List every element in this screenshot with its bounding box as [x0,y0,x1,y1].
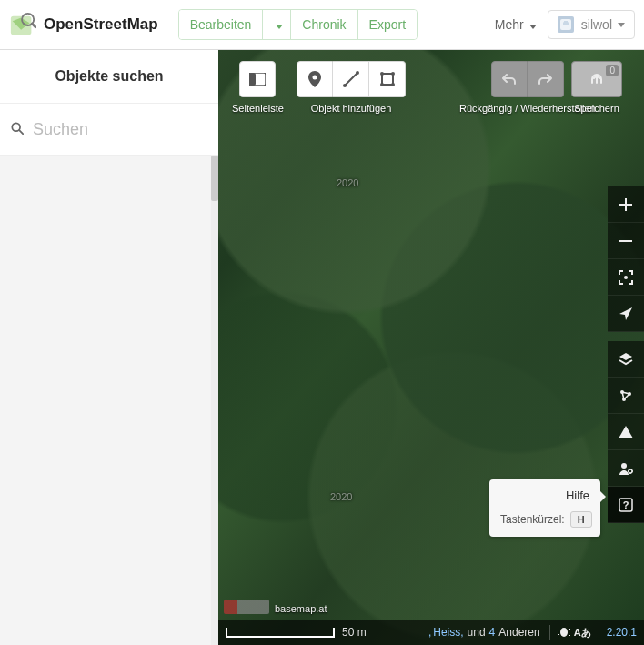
layers-button[interactable] [608,341,644,378]
add-point-button[interactable] [297,61,333,97]
header: OpenStreetMap Bearbeiten Chronik Export … [0,0,644,50]
scale-label: 50 m [342,626,367,639]
svg-point-14 [380,83,384,86]
contrib-others: Anderen [498,626,539,639]
svg-text:?: ? [623,499,629,510]
svg-line-30 [558,634,559,636]
bug-icon[interactable] [558,625,570,640]
svg-point-19 [624,276,628,279]
svg-rect-6 [249,73,256,86]
more-label: Mehr [495,17,524,32]
map-data-button[interactable] [608,378,644,414]
feature-list [0,156,218,645]
svg-point-23 [621,463,627,469]
toolbar-sidebar-group: Seitenleiste [232,61,284,114]
toolbar-add-label: Objekt hinzufügen [311,103,392,114]
add-area-button[interactable] [369,61,406,97]
svg-line-4 [19,130,23,134]
zoom-out-button[interactable] [608,223,644,259]
user-name: silwol [581,17,612,32]
svg-point-15 [391,83,395,86]
more-menu[interactable]: Mehr [495,17,537,32]
toggle-sidebar-button[interactable] [239,61,276,97]
toolbar-save-label: Speichern [574,103,619,114]
svg-point-10 [356,71,359,75]
svg-point-13 [391,72,395,76]
scrollbar[interactable] [211,156,218,645]
search-input[interactable] [33,120,207,139]
add-line-button[interactable] [333,61,369,97]
toolbar-sidebar-label: Seitenleiste [232,103,284,114]
svg-point-9 [343,84,347,87]
map-controls: ? [608,186,644,523]
translate-icon[interactable]: Aあ [574,626,591,640]
svg-line-31 [569,634,570,636]
geolocate-button[interactable] [608,296,644,332]
scale-indicator: 50 m [226,626,367,639]
issues-button[interactable] [608,414,644,450]
status-buttons: Aあ [549,625,599,640]
user-menu[interactable]: silwol [548,10,635,39]
imagery-year-label: 2020 [330,491,352,502]
avatar-icon [558,16,574,33]
search-icon [11,122,24,137]
svg-line-2 [32,24,35,27]
save-button[interactable]: 0 [571,61,622,97]
left-pane: Objekte suchen [0,50,218,645]
tab-edit-caret[interactable] [263,10,291,39]
attribution-text: basemap.at [275,603,327,614]
svg-line-29 [569,629,570,630]
svg-point-12 [380,72,384,76]
attribution-logo [224,600,269,614]
tab-export[interactable]: Export [358,10,417,39]
contrib-und: und [468,626,486,639]
feature-search-title: Objekte suchen [0,50,218,103]
fullscreen-button[interactable] [608,259,644,296]
svg-line-28 [558,629,559,630]
contrib-user-link[interactable]: Heiss, [433,626,463,639]
save-count: 0 [606,65,619,76]
svg-rect-18 [619,240,632,242]
redo-button[interactable] [528,61,564,97]
svg-rect-11 [382,74,393,85]
tab-history[interactable]: Chronik [291,10,357,39]
satellite-imagery [218,50,644,645]
svg-point-24 [629,469,632,473]
toolbar-save-group: 0 Speichern [571,61,622,114]
svg-point-27 [560,628,568,637]
help-tooltip: Hilfe Tastenkürzel: H [489,479,600,537]
undo-button[interactable] [491,61,528,97]
top-tabs: Bearbeiten Chronik Export [178,9,418,40]
help-button[interactable]: ? [608,487,644,523]
tooltip-shortcut-label: Tastenkürzel: [500,513,565,526]
svg-rect-17 [619,204,632,206]
contrib-count-link[interactable]: 4 [489,626,496,639]
osm-logo-icon [9,11,36,38]
tooltip-title: Hilfe [500,489,589,502]
svg-line-8 [345,73,357,86]
toolbar-add-group: Objekt hinzufügen [297,61,406,114]
tab-edit[interactable]: Bearbeiten [179,10,264,39]
status-bar: 50 m , Heiss, und 4 Anderen Aあ 2.20.1 [218,620,644,645]
svg-point-7 [313,76,317,80]
tooltip-shortcut-key: H [570,511,592,528]
preferences-button[interactable] [608,450,644,487]
site-title: OpenStreetMap [44,15,158,34]
imagery-year-label: 2020 [337,177,358,188]
search-box [0,103,218,156]
contrib-comma: , [428,626,431,639]
map-canvas[interactable]: 2020 2020 Seitenleiste Objekt hinzufügen [218,50,644,645]
zoom-in-button[interactable] [608,186,644,223]
version-link[interactable]: 2.20.1 [599,626,644,639]
